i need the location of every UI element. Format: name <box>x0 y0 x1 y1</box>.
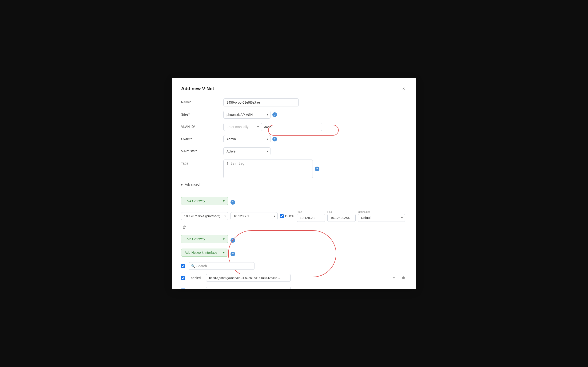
sites-select[interactable]: phoenixNAP-ASH <box>224 111 270 119</box>
ipv6-chevron-icon: ▾ <box>223 237 225 241</box>
end-range-group: End <box>327 210 356 222</box>
interface-chevron-icon-0: ▾ <box>393 276 395 280</box>
add-interface-help-icon[interactable]: ? <box>231 252 235 256</box>
owner-select[interactable]: Admin <box>224 135 270 143</box>
ipv6-gateway-header[interactable]: IPv6 Gateway ▾ <box>181 235 228 243</box>
ipv6-gateway-label: IPv6 Gateway <box>185 237 205 241</box>
ipv4-chevron-icon: ▾ <box>223 199 225 203</box>
owner-label: Owner* <box>181 135 224 141</box>
interface-delete-button-0[interactable]: 🗑 <box>400 275 407 281</box>
ipv4-section-row: IPv4 Gateway ▾ ? <box>181 197 407 208</box>
interface-enabled-label-0: Enabled <box>189 276 203 280</box>
tags-control-wrap: ? <box>224 159 407 178</box>
tags-help-icon[interactable]: ? <box>315 167 320 171</box>
advanced-label: Advanced <box>185 183 199 186</box>
select-all-checkbox[interactable] <box>181 264 185 268</box>
owner-control-wrap: Admin ▾ ? <box>224 135 407 143</box>
advanced-triangle-icon: ▶ <box>181 183 183 186</box>
ipv4-gateway-header[interactable]: IPv4 Gateway ▾ <box>181 197 228 205</box>
subnet-select-wrap: 10.128.2.0/24 (private-2) ▾ <box>181 212 228 220</box>
interface-chevron-icon-1: ▾ <box>393 289 395 290</box>
divider <box>181 192 407 192</box>
vnet-state-select[interactable]: Active <box>224 147 270 155</box>
tags-label: Tags <box>181 159 224 165</box>
start-label: Start <box>297 210 325 213</box>
ipv4-config-row: 10.128.2.0/24 (private-2) ▾ 10.128.2.1 ▾… <box>181 210 407 230</box>
sites-help-icon[interactable]: ? <box>272 112 277 117</box>
advanced-toggle[interactable]: ▶ Advanced <box>181 183 407 186</box>
ipv4-gateway-label: IPv4 Gateway <box>185 199 205 203</box>
add-network-interface-label: Add Network Interface <box>185 251 217 254</box>
tags-input[interactable] <box>224 159 313 178</box>
vnet-state-label: V-Net state <box>181 147 224 153</box>
sites-control-wrap: phoenixNAP-ASH ▾ ? <box>224 111 407 119</box>
vlan-input-row: Enter manually ▾ <box>224 123 322 131</box>
vlan-id-input[interactable] <box>261 123 322 131</box>
end-label: End <box>327 210 356 213</box>
interface-row-1: Enabled bond0(bond0)@server-05-63e9f40ba… <box>181 284 407 289</box>
end-input[interactable] <box>327 214 356 222</box>
option-set-wrap: Option Set Default ▾ <box>358 210 405 222</box>
option-set-label: Option Set <box>358 210 405 213</box>
ipv4-delete-button[interactable]: 🗑 <box>181 224 188 230</box>
modal-overlay: Add new V-Net × Name* Sites* phoenixNAP-… <box>0 0 588 367</box>
modal-dialog: Add new V-Net × Name* Sites* phoenixNAP-… <box>172 78 416 289</box>
owner-help-icon[interactable]: ? <box>272 137 277 142</box>
interface-row-0: Enabled bond0(bond0)@server-04-63e516a1d… <box>181 272 407 284</box>
ipv4-help-icon[interactable]: ? <box>231 200 235 205</box>
search-wrap: 🔍 <box>189 262 254 270</box>
name-input[interactable] <box>224 99 299 106</box>
gateway-select-wrap: 10.128.2.1 ▾ <box>231 212 277 220</box>
interface-select-0[interactable]: bond0(bond0)@server-04-63e516a1d1a8442da… <box>206 274 291 282</box>
tags-row: Tags ? <box>181 159 407 178</box>
vnet-state-select-wrap: Active ▾ <box>224 147 270 155</box>
dhcp-checkbox[interactable] <box>280 214 284 218</box>
add-interface-chevron-icon: ▾ <box>223 251 225 254</box>
modal-header: Add new V-Net × <box>181 85 407 92</box>
interface-list: Enabled bond0(bond0)@server-04-63e516a1d… <box>181 272 407 289</box>
interface-checkbox-1[interactable] <box>181 289 185 290</box>
search-input[interactable] <box>189 262 254 270</box>
gateway-select[interactable]: 10.128.2.1 <box>231 212 277 220</box>
owner-row: Owner* Admin ▾ ? <box>181 135 407 143</box>
ipv6-section-row: IPv6 Gateway ▾ ? <box>181 235 407 246</box>
vlan-control-wrap: Enter manually ▾ <box>224 123 407 131</box>
interface-header-row: 🔍 <box>181 262 407 272</box>
vlan-select-wrap: Enter manually ▾ <box>224 123 261 131</box>
subnet-select[interactable]: 10.128.2.0/24 (private-2) <box>181 212 228 220</box>
interface-enabled-label-1: Enabled <box>189 289 203 290</box>
modal-title: Add new V-Net <box>181 86 214 92</box>
interface-select-wrap-0: bond0(bond0)@server-04-63e516a1d1a8442da… <box>206 274 397 282</box>
sites-select-wrap: phoenixNAP-ASH ▾ <box>224 111 270 119</box>
sites-label: Sites* <box>181 111 224 116</box>
vlan-label: VLAN ID* <box>181 123 224 128</box>
sites-row: Sites* phoenixNAP-ASH ▾ ? <box>181 111 407 119</box>
interface-select-wrap-1: bond0(bond0)@server-05-63e9f40bae7058559… <box>206 287 397 289</box>
vnet-state-control-wrap: Active ▾ <box>224 147 407 155</box>
vnet-state-row: V-Net state Active ▾ <box>181 147 407 155</box>
dhcp-checkbox-wrap: DHCP <box>280 214 294 218</box>
name-label: Name* <box>181 99 224 104</box>
owner-select-wrap: Admin ▾ <box>224 135 270 143</box>
start-input[interactable] <box>297 214 325 222</box>
vlan-row: VLAN ID* Enter manually ▾ <box>181 123 407 131</box>
name-row: Name* <box>181 99 407 106</box>
add-network-interface-header[interactable]: Add Network Interface ▾ <box>181 249 228 257</box>
option-set-select[interactable]: Default <box>358 214 405 222</box>
interface-delete-button-1[interactable]: 🗑 <box>400 288 407 290</box>
interface-select-1[interactable]: bond0(bond0)@server-05-63e9f40bae7058559… <box>206 287 291 289</box>
ipv6-help-icon[interactable]: ? <box>231 238 235 243</box>
close-button[interactable]: × <box>400 85 407 92</box>
vlan-method-select[interactable]: Enter manually <box>224 123 261 131</box>
modal-inner: Add new V-Net × Name* Sites* phoenixNAP-… <box>181 85 407 289</box>
name-control-wrap <box>224 99 407 106</box>
add-interface-section-row: Add Network Interface ▾ ? <box>181 249 407 259</box>
start-range-group: Start <box>297 210 325 222</box>
dhcp-label: DHCP <box>285 214 294 218</box>
option-set-select-wrap: Default ▾ <box>358 214 405 222</box>
interface-checkbox-0[interactable] <box>181 276 185 280</box>
